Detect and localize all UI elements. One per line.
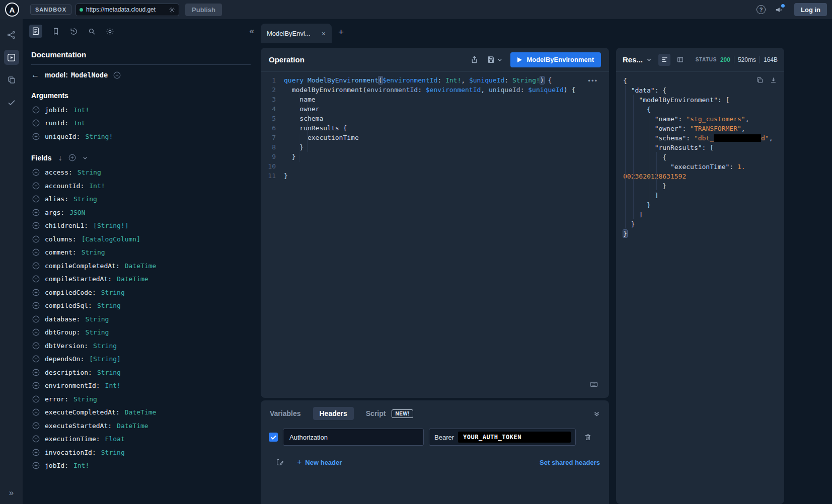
collapse-panel-icon[interactable]: [593, 410, 600, 417]
field-type[interactable]: Int!: [73, 462, 89, 469]
response-dropdown-chevron-icon[interactable]: [646, 57, 652, 62]
field-name[interactable]: error:: [45, 395, 68, 403]
run-operation-button[interactable]: ModelByEnvironment: [510, 52, 601, 67]
apollo-logo[interactable]: A: [5, 3, 19, 17]
field-name[interactable]: invocationId:: [45, 449, 96, 456]
field-type[interactable]: String: [97, 302, 121, 309]
field-type[interactable]: Int!: [73, 106, 89, 114]
help-icon[interactable]: ?: [757, 5, 766, 14]
operation-editor[interactable]: 1query ModelByEnvironment($environmentId…: [261, 72, 609, 181]
field-name[interactable]: runId:: [45, 119, 68, 127]
field-type[interactable]: String: [101, 449, 125, 456]
tab-script[interactable]: Script: [366, 409, 386, 417]
field-name[interactable]: dbtVersion:: [45, 342, 88, 350]
field-type[interactable]: String: [93, 342, 117, 350]
field-type[interactable]: String!: [85, 133, 113, 140]
field-type[interactable]: String: [85, 328, 109, 336]
response-pretty-view-icon[interactable]: [658, 54, 670, 66]
field-name[interactable]: executionTime:: [45, 435, 100, 443]
field-type[interactable]: Float: [105, 435, 125, 443]
save-operation-group[interactable]: [487, 55, 502, 64]
edit-as-text-icon[interactable]: [276, 458, 284, 466]
add-field-to-operation-icon[interactable]: [32, 382, 40, 389]
settings-gear-icon[interactable]: [106, 27, 114, 36]
add-field-to-operation-icon[interactable]: [32, 195, 40, 203]
add-field-to-operation-icon[interactable]: [32, 315, 40, 323]
field-type[interactable]: String: [73, 195, 97, 203]
add-field-to-operation-icon[interactable]: [32, 302, 40, 309]
field-name[interactable]: columns:: [45, 235, 77, 243]
field-type[interactable]: JSON: [69, 209, 85, 216]
breadcrumb-type[interactable]: ModelNode: [71, 71, 108, 79]
add-field-to-operation-icon[interactable]: [32, 328, 40, 336]
publish-button[interactable]: Publish: [185, 4, 222, 16]
close-tab-icon[interactable]: ×: [322, 30, 326, 38]
add-field-to-operation-icon[interactable]: [32, 106, 40, 114]
header-value-input[interactable]: Bearer YOUR_AUTH_TOKEN: [429, 429, 576, 446]
field-type[interactable]: Int: [73, 119, 85, 127]
response-title[interactable]: Res...: [623, 55, 643, 64]
field-name[interactable]: access:: [45, 169, 72, 176]
add-all-fields-icon[interactable]: [113, 71, 121, 79]
field-type[interactable]: [String]: [89, 355, 121, 363]
share-operation-icon[interactable]: [470, 55, 479, 64]
delete-header-icon[interactable]: [584, 433, 592, 441]
history-icon[interactable]: [69, 27, 78, 36]
login-button[interactable]: Log in: [794, 3, 827, 16]
endpoint-settings-gear-icon[interactable]: [169, 7, 175, 13]
add-field-to-operation-icon[interactable]: [32, 342, 40, 350]
field-name[interactable]: uniqueId:: [45, 133, 80, 140]
expand-rail-icon[interactable]: »: [9, 488, 14, 498]
field-name[interactable]: args:: [45, 209, 64, 216]
add-field-to-operation-icon[interactable]: [32, 462, 40, 469]
new-header-button[interactable]: + New header: [297, 458, 342, 467]
announcements-icon[interactable]: [775, 6, 783, 14]
field-name[interactable]: compiledSql:: [45, 302, 92, 309]
field-name[interactable]: compileStartedAt:: [45, 275, 112, 283]
auth-token-value[interactable]: YOUR_AUTH_TOKEN: [458, 432, 571, 443]
add-field-to-operation-icon[interactable]: [32, 289, 40, 296]
field-name[interactable]: accountId:: [45, 182, 84, 190]
field-name[interactable]: alias:: [45, 195, 68, 203]
add-field-to-operation-icon[interactable]: [32, 209, 40, 216]
field-type[interactable]: String: [78, 169, 101, 176]
add-field-to-operation-icon[interactable]: [32, 248, 40, 256]
keyboard-shortcuts-icon[interactable]: [589, 380, 599, 389]
add-field-to-operation-icon[interactable]: [32, 449, 40, 456]
field-name[interactable]: compileCompletedAt:: [45, 262, 120, 270]
field-type[interactable]: String: [97, 369, 121, 376]
explorer-icon[interactable]: [4, 50, 19, 65]
add-field-to-operation-icon[interactable]: [32, 422, 40, 430]
tab-headers[interactable]: Headers: [313, 407, 354, 420]
set-shared-headers-link[interactable]: Set shared headers: [540, 459, 600, 466]
add-fields-chevron-icon[interactable]: [83, 155, 88, 160]
add-field-to-operation-icon[interactable]: [32, 222, 40, 229]
field-type[interactable]: [CatalogColumn]: [82, 235, 140, 243]
add-field-to-operation-icon[interactable]: [32, 235, 40, 243]
field-type[interactable]: Int!: [105, 382, 121, 389]
field-name[interactable]: executeStartedAt:: [45, 422, 112, 430]
field-type[interactable]: DateTime: [125, 262, 157, 270]
field-name[interactable]: jobId:: [45, 106, 68, 114]
operation-collections-icon[interactable]: [4, 72, 19, 88]
add-field-to-operation-icon[interactable]: [32, 369, 40, 376]
endpoint-url-input[interactable]: https://metadata.cloud.get: [75, 4, 179, 16]
field-name[interactable]: jobId:: [45, 462, 68, 469]
new-tab-icon[interactable]: +: [338, 27, 344, 38]
field-type[interactable]: DateTime: [117, 422, 148, 430]
add-field-to-operation-icon[interactable]: [32, 133, 40, 140]
saved-operations-icon[interactable]: [52, 27, 60, 35]
field-type[interactable]: [String!]: [93, 222, 128, 229]
field-type[interactable]: Int!: [89, 182, 105, 190]
response-table-view-icon[interactable]: [674, 54, 686, 66]
add-field-to-operation-icon[interactable]: [32, 119, 40, 127]
field-name[interactable]: executeCompletedAt:: [45, 408, 120, 416]
field-name[interactable]: database:: [45, 315, 80, 323]
add-fields-icon[interactable]: [68, 154, 76, 161]
field-name[interactable]: compiledCode:: [45, 289, 96, 296]
header-key-input[interactable]: Authorization: [283, 429, 424, 446]
sort-fields-icon[interactable]: ↓: [58, 153, 62, 162]
add-field-to-operation-icon[interactable]: [32, 182, 40, 190]
search-icon[interactable]: [88, 27, 96, 36]
collapse-docs-icon[interactable]: «: [250, 26, 254, 36]
